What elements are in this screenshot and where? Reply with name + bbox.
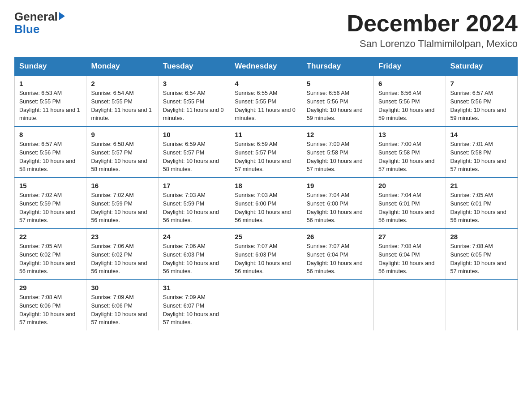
day-number: 23 (91, 233, 153, 240)
calendar-cell: 8 Sunrise: 6:57 AMSunset: 5:56 PMDayligh… (15, 127, 86, 178)
calendar-cell: 24 Sunrise: 7:06 AMSunset: 6:03 PMDaylig… (158, 229, 230, 280)
day-info: Sunrise: 7:04 AMSunset: 6:01 PMDaylight:… (378, 192, 434, 223)
location-title: San Lorenzo Tlalmimilolpan, Mexico (347, 38, 518, 50)
day-info: Sunrise: 7:00 AMSunset: 5:58 PMDaylight:… (378, 141, 434, 172)
day-info: Sunrise: 7:05 AMSunset: 6:02 PMDaylight:… (19, 243, 75, 274)
col-header-thursday: Thursday (302, 57, 373, 76)
day-number: 30 (91, 284, 153, 291)
day-info: Sunrise: 6:54 AMSunset: 5:55 PMDaylight:… (163, 90, 224, 121)
logo: General Blue (14, 11, 90, 36)
day-number: 19 (307, 182, 369, 189)
page-header: General Blue December 2024 San Lorenzo T… (14, 11, 518, 50)
calendar-cell: 9 Sunrise: 6:58 AMSunset: 5:57 PMDayligh… (86, 127, 158, 178)
calendar-cell: 1 Sunrise: 6:53 AMSunset: 5:55 PMDayligh… (15, 76, 86, 127)
day-number: 10 (163, 131, 225, 138)
day-number: 4 (235, 80, 297, 87)
col-header-saturday: Saturday (446, 57, 517, 76)
day-info: Sunrise: 6:57 AMSunset: 5:56 PMDaylight:… (19, 141, 75, 172)
calendar-cell: 26 Sunrise: 7:07 AMSunset: 6:04 PMDaylig… (302, 229, 373, 280)
day-info: Sunrise: 7:03 AMSunset: 5:59 PMDaylight:… (163, 192, 219, 223)
day-info: Sunrise: 7:06 AMSunset: 6:02 PMDaylight:… (91, 243, 147, 274)
day-info: Sunrise: 6:59 AMSunset: 5:57 PMDaylight:… (235, 141, 291, 172)
day-info: Sunrise: 7:01 AMSunset: 5:58 PMDaylight:… (450, 141, 506, 172)
calendar-cell (374, 280, 446, 330)
day-number: 15 (19, 182, 82, 189)
day-info: Sunrise: 7:06 AMSunset: 6:03 PMDaylight:… (163, 243, 219, 274)
calendar-cell: 31 Sunrise: 7:09 AMSunset: 6:07 PMDaylig… (158, 280, 230, 330)
day-number: 2 (91, 80, 153, 87)
day-number: 9 (91, 131, 153, 138)
day-info: Sunrise: 7:02 AMSunset: 5:59 PMDaylight:… (19, 192, 75, 223)
calendar-cell: 13 Sunrise: 7:00 AMSunset: 5:58 PMDaylig… (374, 127, 446, 178)
day-number: 28 (450, 233, 513, 240)
calendar-cell: 12 Sunrise: 7:00 AMSunset: 5:58 PMDaylig… (302, 127, 373, 178)
calendar-cell: 14 Sunrise: 7:01 AMSunset: 5:58 PMDaylig… (446, 127, 517, 178)
calendar-cell: 10 Sunrise: 6:59 AMSunset: 5:57 PMDaylig… (158, 127, 230, 178)
day-number: 26 (307, 233, 369, 240)
col-header-friday: Friday (374, 57, 446, 76)
calendar-cell: 18 Sunrise: 7:03 AMSunset: 6:00 PMDaylig… (230, 178, 302, 229)
day-info: Sunrise: 7:09 AMSunset: 6:07 PMDaylight:… (163, 294, 219, 325)
day-info: Sunrise: 6:59 AMSunset: 5:57 PMDaylight:… (163, 141, 219, 172)
col-header-sunday: Sunday (15, 57, 86, 76)
day-info: Sunrise: 7:08 AMSunset: 6:06 PMDaylight:… (19, 294, 75, 325)
day-info: Sunrise: 7:05 AMSunset: 6:01 PMDaylight:… (450, 192, 506, 223)
day-number: 14 (450, 131, 513, 138)
calendar-week-row: 1 Sunrise: 6:53 AMSunset: 5:55 PMDayligh… (15, 76, 518, 127)
calendar-cell (230, 280, 302, 330)
logo-arrow-icon (59, 12, 65, 20)
day-info: Sunrise: 7:00 AMSunset: 5:58 PMDaylight:… (307, 141, 363, 172)
day-number: 3 (163, 80, 225, 87)
day-number: 22 (19, 233, 82, 240)
calendar-cell: 17 Sunrise: 7:03 AMSunset: 5:59 PMDaylig… (158, 178, 230, 229)
day-number: 6 (378, 80, 441, 87)
calendar-cell: 4 Sunrise: 6:55 AMSunset: 5:55 PMDayligh… (230, 76, 302, 127)
calendar-cell: 7 Sunrise: 6:57 AMSunset: 5:56 PMDayligh… (446, 76, 517, 127)
calendar-cell: 23 Sunrise: 7:06 AMSunset: 6:02 PMDaylig… (86, 229, 158, 280)
calendar-header-row: SundayMondayTuesdayWednesdayThursdayFrid… (15, 57, 518, 76)
day-number: 13 (378, 131, 441, 138)
day-info: Sunrise: 7:04 AMSunset: 6:00 PMDaylight:… (307, 192, 363, 223)
day-info: Sunrise: 6:56 AMSunset: 5:56 PMDaylight:… (307, 90, 363, 121)
month-title: December 2024 (347, 11, 518, 36)
calendar-cell: 19 Sunrise: 7:04 AMSunset: 6:00 PMDaylig… (302, 178, 373, 229)
calendar-week-row: 15 Sunrise: 7:02 AMSunset: 5:59 PMDaylig… (15, 178, 518, 229)
col-header-monday: Monday (86, 57, 158, 76)
calendar-cell: 25 Sunrise: 7:07 AMSunset: 6:03 PMDaylig… (230, 229, 302, 280)
day-number: 7 (450, 80, 513, 87)
day-number: 11 (235, 131, 297, 138)
title-section: December 2024 San Lorenzo Tlalmimilolpan… (347, 11, 518, 50)
calendar-cell (302, 280, 373, 330)
calendar-week-row: 29 Sunrise: 7:08 AMSunset: 6:06 PMDaylig… (15, 280, 518, 330)
calendar-cell: 3 Sunrise: 6:54 AMSunset: 5:55 PMDayligh… (158, 76, 230, 127)
calendar-cell: 5 Sunrise: 6:56 AMSunset: 5:56 PMDayligh… (302, 76, 373, 127)
day-number: 21 (450, 182, 513, 189)
day-info: Sunrise: 6:53 AMSunset: 5:55 PMDaylight:… (19, 90, 80, 121)
day-info: Sunrise: 6:58 AMSunset: 5:57 PMDaylight:… (91, 141, 147, 172)
day-info: Sunrise: 7:07 AMSunset: 6:03 PMDaylight:… (235, 243, 291, 274)
day-number: 8 (19, 131, 82, 138)
day-info: Sunrise: 7:02 AMSunset: 5:59 PMDaylight:… (91, 192, 147, 223)
calendar-table: SundayMondayTuesdayWednesdayThursdayFrid… (14, 57, 518, 330)
calendar-cell: 22 Sunrise: 7:05 AMSunset: 6:02 PMDaylig… (15, 229, 86, 280)
calendar-cell: 20 Sunrise: 7:04 AMSunset: 6:01 PMDaylig… (374, 178, 446, 229)
logo-text-blue: Blue (14, 22, 90, 36)
calendar-cell: 21 Sunrise: 7:05 AMSunset: 6:01 PMDaylig… (446, 178, 517, 229)
calendar-cell: 27 Sunrise: 7:08 AMSunset: 6:04 PMDaylig… (374, 229, 446, 280)
calendar-cell: 28 Sunrise: 7:08 AMSunset: 6:05 PMDaylig… (446, 229, 517, 280)
day-info: Sunrise: 6:54 AMSunset: 5:55 PMDaylight:… (91, 90, 152, 121)
day-number: 25 (235, 233, 297, 240)
day-info: Sunrise: 7:08 AMSunset: 6:05 PMDaylight:… (450, 243, 506, 274)
day-number: 17 (163, 182, 225, 189)
calendar-cell: 30 Sunrise: 7:09 AMSunset: 6:06 PMDaylig… (86, 280, 158, 330)
day-number: 1 (19, 80, 82, 87)
day-number: 16 (91, 182, 153, 189)
day-number: 31 (163, 284, 225, 291)
col-header-wednesday: Wednesday (230, 57, 302, 76)
logo-text-general: General (14, 11, 58, 22)
day-number: 18 (235, 182, 297, 189)
day-number: 29 (19, 284, 82, 291)
calendar-week-row: 8 Sunrise: 6:57 AMSunset: 5:56 PMDayligh… (15, 127, 518, 178)
calendar-cell: 29 Sunrise: 7:08 AMSunset: 6:06 PMDaylig… (15, 280, 86, 330)
col-header-tuesday: Tuesday (158, 57, 230, 76)
